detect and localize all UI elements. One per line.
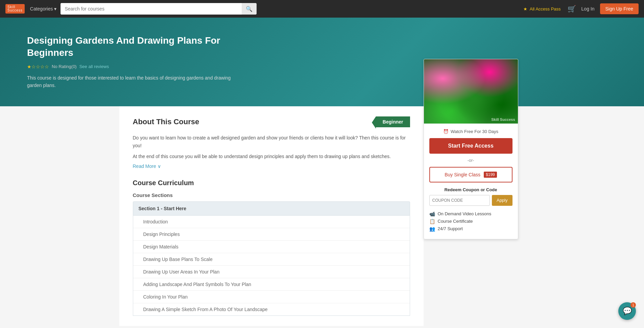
clock-icon: ⏰: [443, 129, 449, 134]
apply-button[interactable]: Apply: [492, 195, 512, 206]
support-icon: 👥: [429, 226, 435, 232]
feature-list: 📹 On Demand Video Lessons 📋 Course Certi…: [429, 211, 512, 232]
list-item: 👥 24/7 Support: [429, 226, 512, 232]
login-button[interactable]: Log In: [581, 6, 595, 12]
navbar-right: ★ All Access Pass 🛒 Log In Sign Up Free: [523, 3, 639, 14]
start-free-button[interactable]: Start Free Access: [429, 138, 512, 154]
redeem-label: Redeem Coupon or Code: [429, 187, 512, 192]
price-badge: $199: [484, 172, 497, 178]
rating-text: No Rating(0): [52, 64, 77, 69]
about-header: About This Course Beginner: [133, 116, 410, 127]
video-icon: 📹: [429, 211, 435, 217]
section-1-header: Section 1 - Start Here: [133, 201, 410, 216]
list-item: 📹 On Demand Video Lessons: [429, 211, 512, 217]
coupon-row: Apply: [429, 195, 512, 206]
cart-icon[interactable]: 🛒: [568, 5, 576, 13]
signup-button[interactable]: Sign Up Free: [600, 3, 639, 14]
search-bar: 🔍: [61, 3, 257, 15]
navbar: Skill Success Categories ▾ 🔍 ★ All Acces…: [0, 0, 644, 18]
list-item: Drawing Up User Areas In Your Plan: [133, 266, 410, 278]
list-item: 📋 Course Certificate: [429, 219, 512, 224]
course-thumbnail: Skill Success: [424, 59, 518, 124]
hero-section: Designing Gardens And Drawing Plans For …: [0, 18, 644, 106]
about-paragraph-2: At the end of this course you will be ab…: [133, 153, 410, 161]
card-watermark: Skill Success: [491, 117, 515, 122]
star-icon: ★: [523, 6, 527, 12]
certificate-icon: 📋: [429, 219, 435, 224]
hero-rating: ★☆☆☆☆ No Rating(0) See all reviews: [27, 64, 264, 69]
buy-single-button[interactable]: Buy Single Class $199: [429, 167, 512, 182]
list-item: Drawing Up Base Plans To Scale: [133, 253, 410, 266]
logo-box: Skill Success: [5, 4, 25, 14]
list-item: Introduction: [133, 216, 410, 228]
chat-button[interactable]: 💬 1: [618, 302, 636, 320]
list-item: Coloring In Your Plan: [133, 291, 410, 303]
categories-label: Categories: [30, 6, 53, 12]
sidebar: Skill Success ⏰ Watch Free For 30 Days S…: [424, 106, 525, 326]
course-card: Skill Success ⏰ Watch Free For 30 Days S…: [424, 59, 518, 239]
section-1-items: Introduction Design Principles Design Ma…: [133, 216, 410, 316]
chat-badge: 1: [630, 302, 636, 308]
list-item: Design Materials: [133, 241, 410, 253]
all-access-label: All Access Pass: [530, 6, 561, 12]
thumbnail-image: [424, 59, 518, 124]
logo[interactable]: Skill Success: [5, 4, 25, 14]
card-body: ⏰ Watch Free For 30 Days Start Free Acce…: [424, 124, 518, 239]
chat-icon: 💬: [623, 307, 632, 315]
main-layout: About This Course Beginner Do you want t…: [119, 106, 525, 326]
read-more-link[interactable]: Read More ∨: [133, 163, 161, 169]
list-item: Design Principles: [133, 228, 410, 241]
logo-sub: Success: [7, 9, 23, 12]
all-access-link[interactable]: ★ All Access Pass: [523, 6, 562, 12]
buy-single-label: Buy Single Class: [445, 172, 480, 177]
search-button[interactable]: 🔍: [242, 3, 257, 15]
hero-description: This course is designed for those intere…: [27, 74, 237, 89]
see-reviews-link[interactable]: See all reviews: [79, 64, 109, 69]
about-paragraph-1: Do you want to learn how to create a wel…: [133, 134, 410, 150]
hero-content: Designing Gardens And Drawing Plans For …: [27, 35, 264, 89]
curriculum-title: Course Curriculum: [133, 179, 410, 187]
about-title: About This Course: [133, 117, 199, 126]
categories-menu[interactable]: Categories ▾: [30, 6, 57, 12]
level-badge: Beginner: [376, 116, 410, 127]
watch-free-label: ⏰ Watch Free For 30 Days: [429, 129, 512, 134]
list-item: Adding Landscape And Plant Symbols To Yo…: [133, 278, 410, 291]
coupon-input[interactable]: [429, 195, 490, 206]
or-divider: -or-: [429, 158, 512, 163]
search-input[interactable]: [61, 3, 242, 15]
main-content: About This Course Beginner Do you want t…: [119, 106, 424, 326]
rating-stars: ★☆☆☆☆: [27, 64, 49, 69]
course-title: Designing Gardens And Drawing Plans For …: [27, 35, 264, 59]
course-sections-label: Course Sections: [133, 192, 410, 198]
list-item: Drawing A Simple Sketch From A Photo Of …: [133, 303, 410, 315]
